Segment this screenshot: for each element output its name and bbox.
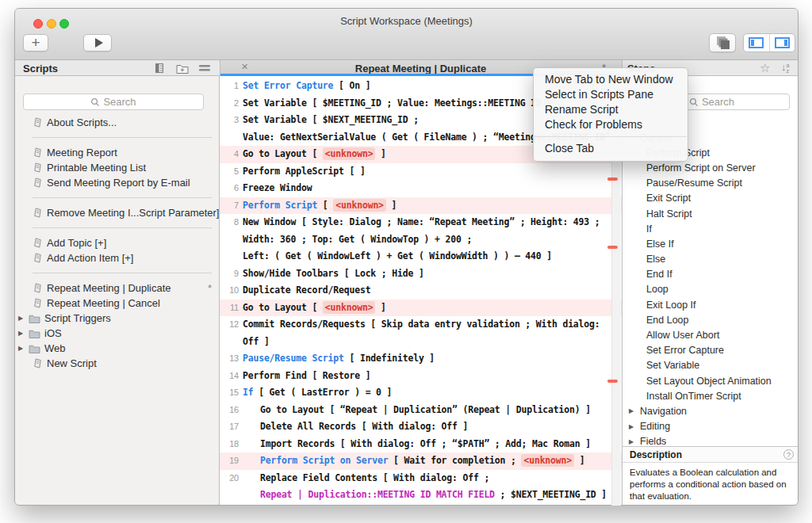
step-item[interactable]: Halt Script (622, 206, 799, 221)
code-segment: Perform AppleScript [ ] (243, 166, 366, 177)
step-item[interactable]: Set Error Capture (622, 343, 799, 358)
step-item[interactable]: Else (622, 252, 799, 267)
sidebar-script-item[interactable]: Add Topic [+] (15, 235, 220, 250)
step-item[interactable]: If (622, 221, 799, 236)
chevron-right-icon[interactable]: ▶ (629, 407, 636, 414)
code-line[interactable]: Off ] (220, 334, 622, 351)
help-icon[interactable]: ? (783, 449, 794, 460)
chevron-right-icon[interactable]: ▶ (629, 438, 636, 445)
step-item[interactable]: Pause/Resume Script (622, 176, 799, 191)
list-separator (15, 190, 220, 205)
menu-item-select-in-scripts-pane[interactable]: Select in Scripts Pane (534, 87, 688, 102)
run-script-button[interactable] (83, 34, 112, 52)
zoom-window-button[interactable] (59, 19, 69, 29)
sort-az-icon[interactable]: ↓ az (781, 61, 789, 74)
code-line[interactable]: 8New Window [ Style: Dialog ; Name: “Rep… (220, 214, 622, 231)
minimize-window-button[interactable] (47, 19, 56, 29)
sidebar-folder-item[interactable]: ▶Script Triggers (15, 311, 220, 326)
step-item[interactable]: End Loop (622, 312, 799, 327)
incompatible-step-marker (607, 178, 618, 181)
steps-group-fields[interactable]: ▶Fields (622, 434, 799, 446)
step-item-label: Else If (646, 239, 674, 250)
code-line[interactable]: 15If [ Get ( LastError ) = 0 ] (220, 384, 622, 402)
sidebar-script-item[interactable]: Repeat Meeting | Cancel (15, 296, 220, 311)
code-segment: Perform Find [ Restore ] (243, 370, 370, 381)
menu-item-rename-script[interactable]: Rename Script (534, 102, 688, 117)
step-item[interactable]: Allow User Abort (622, 327, 799, 342)
code-text: Left: ( Get ( WindowLeft ) + Get ( Windo… (243, 248, 552, 265)
code-text: Perform Script on Server [ Wait for comp… (260, 452, 584, 470)
code-line[interactable]: 18Import Records [ With dialog: Off ; “$… (220, 436, 622, 453)
step-item[interactable]: Install OnTimer Script (622, 388, 799, 403)
code-line[interactable]: 16Go to Layout [ “Repeat | Duplication” … (220, 402, 622, 419)
toggle-left-pane-button[interactable] (744, 34, 769, 52)
folder-icon (29, 314, 40, 323)
menu-item-close-tab[interactable]: Close Tab (534, 141, 688, 156)
toggle-right-pane-button[interactable] (769, 34, 795, 52)
code-line[interactable]: Left: ( Get ( WindowLeft ) + Get ( Windo… (220, 248, 622, 265)
sidebar-script-item[interactable]: About Scripts... (15, 115, 220, 130)
code-line[interactable]: 5Perform AppleScript [ ] (220, 163, 622, 181)
code-line[interactable]: 10Duplicate Record/Request (220, 282, 622, 300)
code-segment: Width: 360 ; Top: Get ( WindowTop ) + 20… (243, 234, 472, 245)
code-line[interactable]: 11Go to Layout [ <unknown> ] (220, 300, 622, 317)
steps-group-navigation[interactable]: ▶Navigation (622, 403, 799, 418)
sidebar-script-item[interactable]: Add Action Item [+] (15, 250, 220, 265)
compatibility-button[interactable] (709, 33, 736, 52)
step-item[interactable]: Set Variable (622, 358, 799, 373)
sidebar-script-item[interactable]: Send Meeting Report by E-mail (15, 175, 220, 190)
sidebar-script-item[interactable]: New Script (15, 356, 220, 371)
search-placeholder: Search (103, 96, 136, 108)
sidebar-script-item[interactable]: Printable Meeting List (15, 160, 220, 175)
code-line[interactable]: 6Freeze Window (220, 180, 622, 197)
code-segment: ] (574, 455, 584, 466)
new-folder-button[interactable] (175, 62, 190, 74)
code-line[interactable]: 14Perform Find [ Restore ] (220, 368, 622, 385)
line-number: 19 (220, 452, 239, 470)
step-item[interactable]: Perform Script on Server (622, 160, 799, 175)
step-item[interactable]: Else If (622, 236, 799, 251)
step-item[interactable]: Loop (622, 282, 799, 297)
code-line[interactable]: 9Show/Hide Toolbars [ Lock ; Hide ] (220, 265, 622, 283)
description-text: Evaluates a Boolean calculation and perf… (630, 467, 793, 502)
folder-icon (29, 344, 40, 353)
delete-script-button[interactable] (153, 62, 167, 74)
code-line[interactable]: 12Commit Records/Requests [ Skip data en… (220, 316, 622, 334)
sidebar-script-item[interactable]: Remove Meeting I...Script Parameter] (15, 205, 220, 220)
chevron-right-icon[interactable]: ▶ (629, 423, 636, 430)
line-number: 16 (220, 402, 239, 419)
menu-item-check-for-problems[interactable]: Check for Problems (534, 117, 688, 132)
close-window-button[interactable] (33, 19, 43, 29)
sidebar-folder-item[interactable]: ▶iOS (15, 326, 220, 341)
step-item[interactable]: Set Layout Object Animation (622, 373, 799, 388)
chevron-right-icon[interactable]: ▶ (18, 345, 26, 352)
sidebar-script-item[interactable]: Meeting Report (15, 145, 220, 160)
favorites-star-icon[interactable]: ☆ (760, 62, 770, 74)
chevron-right-icon[interactable]: ▶ (18, 315, 26, 322)
code-line[interactable]: Repeat | Duplication::MEETING ID MATCH F… (220, 487, 622, 504)
list-separator (15, 265, 220, 281)
code-line[interactable]: 19Perform Script on Server [ Wait for co… (220, 452, 622, 470)
scripts-search-input[interactable]: Search (23, 94, 204, 110)
list-view-button[interactable] (197, 62, 212, 74)
step-item[interactable]: Exit Loop If (622, 297, 799, 312)
code-line[interactable]: 20Replace Field Contents [ With dialog: … (220, 470, 622, 487)
code-line[interactable]: Width: 360 ; Top: Get ( WindowTop ) + 20… (220, 231, 622, 249)
step-item[interactable]: Exit Script (622, 191, 799, 206)
step-item[interactable]: End If (622, 267, 799, 282)
sidebar-item-label: Web (44, 342, 66, 354)
code-text: Perform Script [ <unknown> ] (243, 197, 396, 215)
code-text: Perform Find [ Restore ] (243, 368, 370, 385)
code-text: Duplicate Record/Request (243, 282, 370, 300)
code-segment: Set Variable [ $MEETING_ID ; Value: Meet… (243, 97, 552, 109)
steps-group-editing[interactable]: ▶Editing (622, 419, 799, 434)
sidebar-folder-item[interactable]: ▶Web (15, 341, 220, 356)
new-script-button[interactable]: + (23, 34, 48, 52)
sidebar-script-item[interactable]: Repeat Meeting | Duplicate* (15, 281, 220, 296)
chevron-right-icon[interactable]: ▶ (18, 330, 26, 337)
code-line[interactable]: 13Pause/Resume Script [ Indefinitely ] (220, 350, 622, 368)
menu-item-move-tab-to-new-window[interactable]: Move Tab to New Window (534, 72, 688, 87)
code-line[interactable]: 17Delete All Records [ With dialog: Off … (220, 418, 622, 436)
code-line[interactable]: 7Perform Script [ <unknown> ] (220, 197, 622, 215)
line-number: 7 (220, 197, 239, 215)
